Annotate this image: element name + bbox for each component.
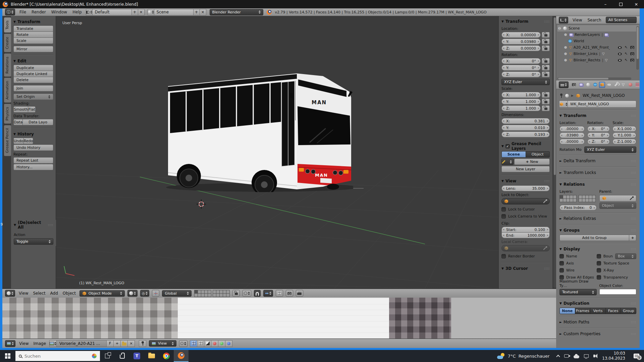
lock-location-y-button[interactable] bbox=[542, 39, 550, 45]
delta-transform-header[interactable]: ►Delta Transform:::: bbox=[559, 157, 636, 165]
rotation-y-field[interactable]: Y:0° bbox=[501, 65, 541, 71]
outliner-row-object-3[interactable]: ⊕ ▽ Blinker_Rechts | ▽ ↖ bbox=[557, 57, 639, 63]
eyedropper-icon[interactable] bbox=[543, 199, 547, 203]
axis-checkbox[interactable] bbox=[559, 261, 564, 265]
channel-blue-button[interactable] bbox=[225, 340, 232, 347]
object-layers-grid-1[interactable] bbox=[559, 195, 577, 202]
onedrive-icon[interactable] bbox=[574, 355, 579, 358]
image-menu[interactable]: Image bbox=[32, 341, 47, 346]
action-select[interactable]: Toggle bbox=[14, 238, 53, 245]
lock-scale-y-button[interactable] bbox=[542, 99, 550, 105]
menu-window[interactable]: Window bbox=[50, 10, 68, 14]
render-border-checkbox[interactable] bbox=[501, 254, 506, 258]
scene-lock-button[interactable] bbox=[232, 290, 240, 297]
duplication-header[interactable]: ▼Duplication:::: bbox=[559, 300, 636, 307]
channel-green-button[interactable] bbox=[218, 340, 225, 347]
tab-tools[interactable]: Tools bbox=[4, 17, 11, 33]
scl-z-field[interactable]: Z:1.000 bbox=[612, 139, 636, 144]
lock-rotation-y-button[interactable] bbox=[542, 65, 550, 71]
lock-scale-x-button[interactable] bbox=[542, 92, 550, 98]
object-name-field[interactable]: WK_Rest_MAN_LOGO bbox=[568, 101, 636, 108]
outliner-view-menu[interactable]: View bbox=[572, 18, 583, 22]
rotate-button[interactable]: Rotate bbox=[13, 32, 53, 38]
bounds-type-select[interactable]: Box bbox=[615, 253, 636, 259]
tray-overflow-icon[interactable] bbox=[556, 355, 560, 358]
layers-grid-1[interactable] bbox=[194, 290, 211, 297]
search-input[interactable] bbox=[24, 354, 82, 359]
outliner-hscrollbar[interactable] bbox=[557, 77, 631, 80]
redo-button[interactable]: Redo bbox=[23, 138, 34, 144]
npanel-transform-header[interactable]: ▼Transform:::: bbox=[501, 18, 550, 25]
tab-relations[interactable]: Relations bbox=[4, 54, 11, 77]
renderability-icon[interactable] bbox=[630, 59, 634, 62]
relations-header[interactable]: ▼Relations:::: bbox=[559, 181, 636, 188]
tab-render-layers[interactable] bbox=[578, 82, 584, 88]
location-z-field[interactable]: Z:0.00000 bbox=[501, 45, 541, 51]
deselect-all-header[interactable]: ▼(De)select All:::: bbox=[14, 221, 53, 229]
outliner-scope-select[interactable]: All Scenes bbox=[606, 17, 637, 23]
bounds-checkbox[interactable] bbox=[597, 254, 601, 258]
taskbar-app-teams[interactable]: T bbox=[129, 350, 144, 362]
tab-physics[interactable]: Physics bbox=[4, 104, 11, 124]
gp-new-layer-button[interactable]: New Layer bbox=[501, 166, 550, 172]
gp-source-object[interactable]: Object bbox=[526, 151, 550, 158]
orientation-select[interactable]: Global bbox=[162, 290, 192, 297]
channel-color-alpha-button[interactable] bbox=[190, 340, 197, 347]
editor-type-selector[interactable]: ⓘ bbox=[5, 9, 15, 15]
layers-grid-2[interactable] bbox=[213, 290, 230, 297]
translate-button[interactable]: Translate bbox=[13, 25, 53, 32]
add-menu[interactable]: Add bbox=[49, 291, 59, 296]
menu-file[interactable]: File bbox=[18, 10, 27, 14]
tab-render[interactable] bbox=[571, 82, 577, 88]
texture-space-checkbox[interactable] bbox=[597, 261, 601, 265]
task-view-button[interactable] bbox=[100, 350, 115, 362]
opengl-render-button[interactable] bbox=[286, 290, 293, 297]
outliner-vscrollbar[interactable] bbox=[636, 26, 639, 70]
lens-field[interactable]: Lens:35.000 bbox=[501, 185, 550, 191]
pivot-point-select[interactable]: ◎ bbox=[140, 290, 150, 297]
rot-z-field[interactable]: Z:0° bbox=[587, 139, 610, 144]
add-scene-button[interactable]: + bbox=[193, 9, 200, 15]
dimension-y-field[interactable]: Y:0.010 bbox=[501, 125, 550, 131]
visibility-icon[interactable] bbox=[618, 46, 622, 49]
undo-button[interactable]: Undo bbox=[13, 138, 24, 144]
lock-rotation-z-button[interactable] bbox=[542, 71, 550, 77]
eyedropper-icon[interactable] bbox=[543, 246, 547, 250]
cursor-panel-header[interactable]: ▼3D Cursor:::: bbox=[501, 265, 550, 272]
set-origin-menu[interactable]: Set Origin bbox=[13, 94, 53, 100]
scene-name[interactable]: Scene bbox=[154, 9, 194, 15]
delete-layout-button[interactable]: × bbox=[138, 9, 145, 15]
tab-world[interactable] bbox=[592, 82, 598, 88]
rot-y-field[interactable]: Y:0° bbox=[587, 132, 610, 138]
close-button[interactable]: × bbox=[629, 0, 644, 8]
custom-properties-header[interactable]: ►Custom Properties:::: bbox=[559, 330, 636, 338]
loc-z-field[interactable]: .00000 bbox=[559, 139, 585, 144]
taskbar-app-store[interactable] bbox=[115, 350, 129, 362]
opengl-render-anim-button[interactable] bbox=[296, 290, 303, 297]
outliner-row-renderlayers[interactable]: ⊕ RenderLayers | bbox=[557, 32, 639, 38]
object-color-swatch[interactable] bbox=[599, 289, 637, 295]
location-y-field[interactable]: Y:0.03980 bbox=[501, 39, 541, 45]
render-engine-select[interactable]: Blender Render bbox=[210, 9, 263, 15]
transform-locks-header[interactable]: ►Transform Locks:::: bbox=[559, 169, 636, 176]
duplicate-linked-button[interactable]: Duplicate Linked bbox=[13, 71, 53, 77]
tab-animation[interactable]: Animation bbox=[4, 78, 11, 103]
clip-end-field[interactable]: End:1000.000 bbox=[501, 232, 550, 238]
xray-checkbox[interactable] bbox=[597, 268, 601, 273]
lock-to-object-field[interactable] bbox=[501, 198, 550, 204]
volume-icon[interactable] bbox=[593, 355, 595, 357]
lock-rotation-x-button[interactable] bbox=[542, 58, 550, 64]
pass-index-field[interactable]: Pass Index:0 bbox=[559, 205, 597, 210]
image-id-icon[interactable] bbox=[49, 340, 57, 347]
maxdraw-select[interactable]: Textured bbox=[559, 289, 597, 295]
local-camera-field[interactable] bbox=[501, 245, 550, 251]
expand-icon[interactable]: ⊕ bbox=[564, 33, 568, 37]
taskbar-app-chrome[interactable] bbox=[159, 350, 174, 362]
visibility-icon[interactable] bbox=[618, 59, 622, 62]
snap-toggle[interactable] bbox=[254, 290, 261, 297]
shade-flat-button[interactable]: Flat bbox=[28, 106, 35, 113]
clip-start-field[interactable]: Start:0.100 bbox=[501, 227, 550, 233]
snap-target-button[interactable] bbox=[276, 290, 283, 297]
proportional-edit-button[interactable] bbox=[243, 290, 251, 297]
tab-object[interactable] bbox=[599, 82, 605, 88]
